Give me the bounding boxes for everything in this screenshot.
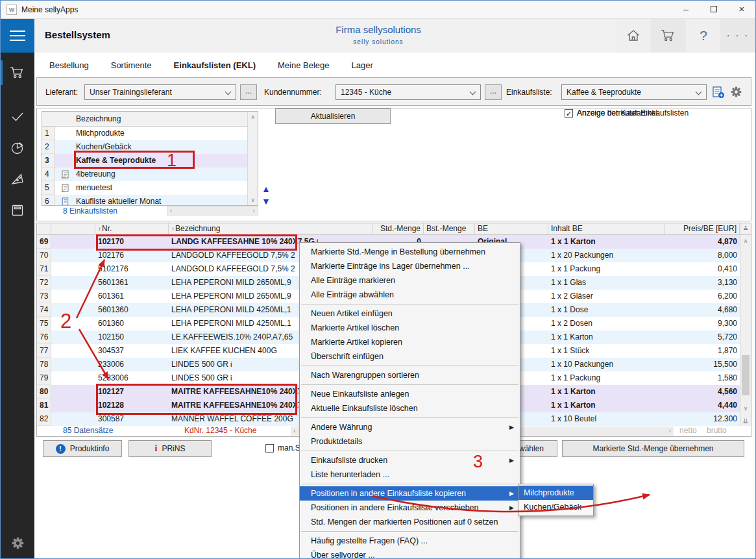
sidebar-item-statistics[interactable] [1, 134, 34, 162]
home-button[interactable] [616, 19, 651, 53]
list-action-button[interactable]: Aktualisieren [275, 108, 391, 124]
context-menu-item[interactable]: Alle Einträge markieren [300, 273, 520, 288]
take-std-menge-button[interactable]: Markierte Std.-Menge übernehmen [562, 440, 744, 457]
cell-flag [51, 358, 95, 371]
move-up-button[interactable]: ▲ [262, 184, 272, 194]
tab[interactable]: Bestellung [49, 60, 89, 70]
sidebar-item-order[interactable] [1, 59, 34, 86]
context-menu-item[interactable]: Markierte Artikel löschen [300, 321, 520, 335]
sidebar-item-settings[interactable] [1, 531, 34, 554]
context-menu-item[interactable]: Markierte Artikel kopieren [300, 335, 520, 349]
cell-flag [51, 385, 95, 399]
list-item[interactable]: 6 Kaufliste aktueller Monat [42, 195, 258, 206]
scroll-up-icon[interactable]: ∧ [740, 238, 751, 244]
minimize-button[interactable]: – [671, 1, 701, 19]
sort-all-icon[interactable]: ≛ [740, 223, 751, 235]
book-icon [10, 203, 25, 218]
kundennummer-select[interactable]: 12345 - Küche [335, 84, 481, 100]
checkbox-icon[interactable]: ✓ [565, 109, 573, 118]
list-item[interactable]: 4 4betreuung [42, 168, 258, 181]
netto-toggle[interactable]: netto [679, 426, 697, 436]
lists-horizontal-scrollbar[interactable]: ‹ › [167, 206, 258, 216]
context-menu-item[interactable]: Andere Währung ▶ [300, 420, 520, 434]
menu-separator [301, 384, 518, 385]
lieferant-more-button[interactable]: ... [240, 84, 257, 100]
column-header-nr[interactable]: ↑Nr. [95, 223, 169, 234]
column-header-be[interactable]: BE [475, 223, 548, 234]
scroll-down-icon[interactable]: ∨ [248, 197, 258, 203]
list-item[interactable]: 1 Milchprodukte [42, 127, 258, 140]
cell-rownum: 77 [37, 344, 51, 358]
list-item[interactable]: 2 Kuchen/Gebäck [42, 140, 258, 154]
maximize-button[interactable] [699, 1, 729, 19]
checkbox-icon[interactable] [265, 444, 274, 453]
tab[interactable]: Sortimente [111, 60, 152, 70]
context-menu-item[interactable]: Markierte Std.-Menge in Bestellung übern… [300, 245, 520, 259]
scroll-right-icon[interactable]: › [668, 427, 671, 435]
brutto-toggle[interactable]: brutto [707, 426, 727, 436]
sidebar-item-menu-plan[interactable] [1, 166, 34, 193]
context-menu-item[interactable]: Alle Einträge abwählen [300, 288, 520, 302]
scroll-left-icon[interactable]: ‹ [170, 206, 173, 215]
cell-inhalt-be: 1 x 2 Gläser [548, 290, 665, 303]
context-menu-item[interactable]: Positionen in andere Einkaufsliste versc… [300, 501, 520, 515]
produktinfo-button[interactable]: ! Produktinfo [43, 440, 122, 457]
context-menu-item[interactable]: Einkaufsliste drucken ▶ [300, 453, 520, 467]
column-header-std-menge[interactable]: Std.-Menge [372, 223, 424, 234]
context-menu-item[interactable]: Überschrift einfügen [300, 349, 520, 364]
context-menu-item[interactable]: Std. Mengen der markierten Positionen au… [300, 515, 520, 529]
context-menu-item[interactable]: Über sellyorder ... [300, 548, 520, 559]
scroll-right-icon[interactable]: › [252, 206, 255, 215]
list-item[interactable]: 5 menuetest [42, 181, 258, 195]
submenu-item[interactable]: Milchprodukte [518, 486, 593, 500]
column-header-bezeichnung[interactable]: ↑Bezeichnung [169, 223, 372, 234]
context-menu-item[interactable]: Neue Einkaufsliste anlegen [300, 387, 520, 401]
info-icon[interactable]: i [230, 361, 232, 368]
column-header-preis[interactable]: Preis/BE [EUR] [665, 223, 740, 234]
tab[interactable]: Meine Belege [278, 60, 330, 70]
context-menu-item[interactable]: Aktuelle Einkaufsliste löschen [300, 401, 520, 416]
list-item[interactable]: 3 Kaffee & Teeprodukte [42, 154, 258, 168]
list-settings-button[interactable] [730, 86, 742, 98]
close-button[interactable]: × [727, 1, 756, 19]
tab[interactable]: Einkaufslisten (EKL) [174, 60, 256, 70]
more-button[interactable]: · · · [720, 19, 755, 53]
cell-preis: 8,000 [665, 249, 740, 262]
menu-item-label: Aktuelle Einkaufsliste löschen [311, 404, 418, 413]
context-menu-item[interactable]: Nach Warengruppen sortieren [300, 368, 520, 382]
lieferant-select[interactable]: Unser Trainingslieferant [84, 84, 236, 100]
scroll-jump-down-icon[interactable]: ⇊ [740, 417, 751, 425]
context-menu-item[interactable]: Häufig gestellte Fragen (FAQ) ... [300, 534, 520, 548]
sidebar-item-confirm[interactable] [1, 103, 34, 130]
add-list-button[interactable] [712, 86, 725, 99]
cart-button[interactable] [651, 19, 686, 53]
scrollbar-thumb[interactable] [742, 355, 750, 395]
context-menu-item[interactable]: Liste herunterladen ... [300, 467, 520, 482]
context-menu-item[interactable]: Produktdetails [300, 434, 520, 449]
cell-rownum: 73 [37, 290, 51, 303]
lists-vertical-scrollbar[interactable]: ∧ ∨ [247, 112, 258, 205]
cell-nr: 5102176 [95, 262, 169, 276]
submenu-item[interactable]: Kuchen/Gebäck [518, 500, 593, 514]
scroll-down-icon[interactable]: ∨ [740, 405, 751, 412]
scroll-left-icon[interactable]: ‹ [293, 427, 296, 435]
cell-inhalt-be: 1 x 1 Packung [548, 371, 665, 385]
context-menu-item[interactable]: Markierte Einträge ins Lager übernehmen … [300, 259, 520, 273]
kundennummer-more-button[interactable]: ... [485, 84, 502, 100]
tab[interactable]: Lager [352, 60, 373, 70]
lists-panel: Bezeichnung 1 Milchprodukte 2 [36, 108, 751, 221]
column-header-inhalt-be[interactable]: Inhalt BE [548, 223, 665, 234]
column-header-bst-menge[interactable]: Bst.-Menge [424, 223, 475, 234]
help-button[interactable]: ? [686, 19, 721, 53]
menu-button[interactable] [1, 19, 34, 53]
context-menu-item[interactable]: Neuen Artikel einfügen [300, 306, 520, 321]
table-vertical-scrollbar[interactable]: ≛ ∧ ∨ ⇊ [740, 223, 751, 426]
context-menu-item[interactable]: Positionen in andere Einkaufsliste kopie… [300, 486, 520, 501]
info-icon[interactable]: i [230, 375, 232, 382]
scroll-up-icon[interactable]: ∧ [248, 114, 258, 120]
checkbox-row[interactable]: ✓ Anzeige betreuter Einkaufslisten [565, 108, 689, 118]
einkaufsliste-select[interactable]: Kaffee & Teeprodukte [561, 84, 707, 100]
move-down-button[interactable]: ▼ [262, 196, 272, 206]
sidebar-item-archive[interactable] [1, 197, 34, 224]
prins-button[interactable]: i PRiNS [128, 440, 212, 457]
